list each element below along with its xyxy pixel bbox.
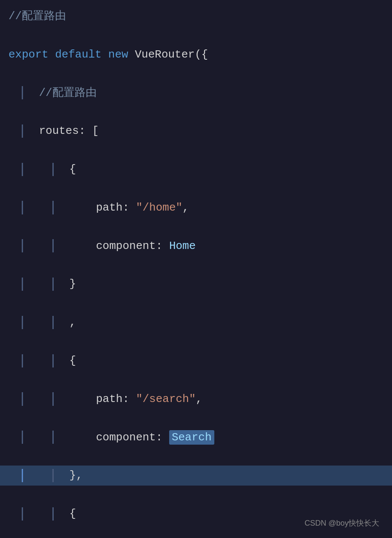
code-line-11: path: "/search", — [0, 389, 392, 409]
code-line-8: } — [0, 274, 392, 294]
code-editor: //配置路由 export default new VueRouter({ //… — [0, 0, 392, 538]
code-line-9: , — [0, 312, 392, 333]
code-line-1: //配置路由 — [0, 6, 392, 26]
code-line-6: path: "/home", — [0, 198, 392, 218]
code-line-12: component: Search — [0, 428, 392, 448]
code-line-2: export default new VueRouter({ — [0, 45, 392, 65]
code-line-10: { — [0, 351, 392, 371]
code-line-3: //配置路由 — [0, 83, 392, 103]
code-line-5: { — [0, 159, 392, 179]
search-highlight: Search — [169, 430, 214, 445]
code-line-4: routes: [ — [0, 121, 392, 141]
watermark: CSDN @boy快快长大 — [305, 517, 379, 529]
code-line-13: }, — [0, 466, 392, 486]
code-line-7: component: Home — [0, 236, 392, 256]
